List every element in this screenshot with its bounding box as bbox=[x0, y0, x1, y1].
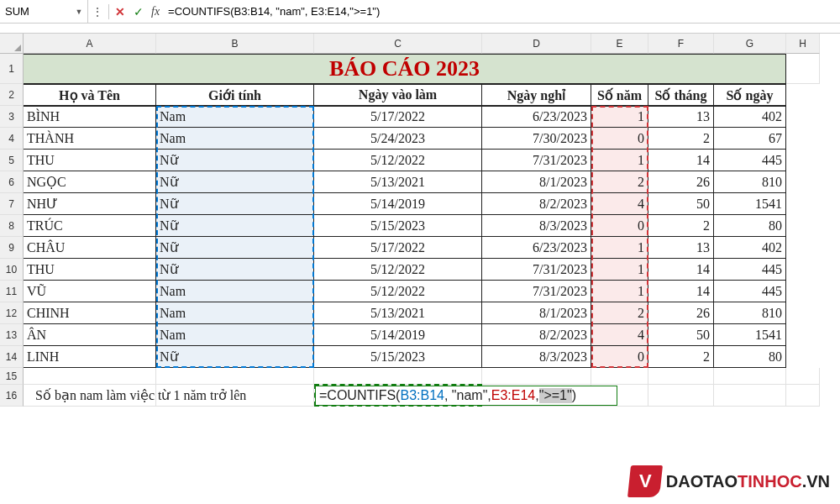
row-header[interactable]: 10 bbox=[0, 259, 24, 281]
column-header[interactable]: D bbox=[482, 34, 591, 54]
cancel-button[interactable]: ✕ bbox=[111, 3, 129, 21]
cell-months[interactable]: 2 bbox=[648, 346, 714, 368]
cell-days[interactable]: 810 bbox=[714, 171, 786, 193]
column-header[interactable]: H bbox=[786, 34, 820, 54]
cell-years[interactable]: 2 bbox=[591, 171, 648, 193]
cell-months[interactable]: 2 bbox=[648, 215, 714, 237]
cell-name[interactable]: CHÂU bbox=[24, 237, 156, 259]
cell-start[interactable]: 5/13/2021 bbox=[314, 171, 482, 193]
cell-gender[interactable]: Nam bbox=[156, 281, 314, 302]
cell-name[interactable]: THÀNH bbox=[24, 128, 156, 150]
header-days[interactable]: Số ngày bbox=[714, 84, 786, 106]
cell-end[interactable]: 8/2/2023 bbox=[482, 193, 591, 215]
row-header[interactable]: 3 bbox=[0, 106, 24, 128]
row-header[interactable]: 11 bbox=[0, 281, 24, 302]
fx-icon[interactable]: fx bbox=[148, 5, 163, 18]
cell-start[interactable]: 5/15/2023 bbox=[314, 215, 482, 237]
row-header[interactable]: 16 bbox=[0, 385, 24, 407]
cell-start[interactable]: 5/14/2019 bbox=[314, 324, 482, 346]
cell-gender[interactable]: Nam bbox=[156, 128, 314, 150]
cell-end[interactable]: 6/23/2023 bbox=[482, 106, 591, 128]
cell-months[interactable]: 14 bbox=[648, 259, 714, 281]
cell-name[interactable]: THU bbox=[24, 150, 156, 171]
cell-years[interactable]: 1 bbox=[591, 259, 648, 281]
cell-months[interactable]: 26 bbox=[648, 171, 714, 193]
cell-years[interactable]: 4 bbox=[591, 193, 648, 215]
cell-end[interactable]: 7/30/2023 bbox=[482, 128, 591, 150]
column-header[interactable]: E bbox=[591, 34, 648, 54]
cell-gender[interactable]: Nam bbox=[156, 106, 314, 128]
cell-editor[interactable]: =COUNTIFS(B3:B14, "nam", E3:E14,">=1") bbox=[315, 386, 617, 406]
cell-end[interactable]: 8/3/2023 bbox=[482, 215, 591, 237]
cell-gender[interactable]: Nữ bbox=[156, 259, 314, 281]
cell-days[interactable]: 810 bbox=[714, 302, 786, 324]
cell-start[interactable]: 5/12/2022 bbox=[314, 150, 482, 171]
cell-end[interactable]: 6/23/2023 bbox=[482, 237, 591, 259]
row-header[interactable]: 8 bbox=[0, 215, 24, 237]
cell-end[interactable]: 8/1/2023 bbox=[482, 302, 591, 324]
cell-end[interactable]: 7/31/2023 bbox=[482, 281, 591, 302]
row-header[interactable]: 2 bbox=[0, 84, 24, 106]
cell-start[interactable]: 5/15/2023 bbox=[314, 346, 482, 368]
row-header[interactable]: 12 bbox=[0, 302, 24, 324]
cell-end[interactable]: 8/3/2023 bbox=[482, 346, 591, 368]
cell-days[interactable]: 445 bbox=[714, 281, 786, 302]
column-header[interactable]: C bbox=[314, 34, 482, 54]
cell-years[interactable]: 1 bbox=[591, 150, 648, 171]
header-start[interactable]: Ngày vào làm bbox=[314, 84, 482, 106]
cell-years[interactable]: 1 bbox=[591, 281, 648, 302]
cell-start[interactable]: 5/24/2023 bbox=[314, 128, 482, 150]
column-header[interactable]: G bbox=[714, 34, 786, 54]
cell-gender[interactable]: Nữ bbox=[156, 150, 314, 171]
cell-months[interactable]: 26 bbox=[648, 302, 714, 324]
cell-name[interactable]: NHƯ bbox=[24, 193, 156, 215]
cell-days[interactable]: 1541 bbox=[714, 193, 786, 215]
row-header[interactable]: 1 bbox=[0, 54, 24, 84]
cell-months[interactable]: 13 bbox=[648, 106, 714, 128]
cell-start[interactable]: 5/17/2022 bbox=[314, 237, 482, 259]
header-months[interactable]: Số tháng bbox=[648, 84, 714, 106]
cell-name[interactable]: CHINH bbox=[24, 302, 156, 324]
cell-gender[interactable]: Nữ bbox=[156, 237, 314, 259]
row-header[interactable]: 5 bbox=[0, 150, 24, 171]
row-header[interactable]: 15 bbox=[0, 368, 24, 385]
header-gender[interactable]: Giới tính bbox=[156, 84, 314, 106]
cell-name[interactable]: VŨ bbox=[24, 281, 156, 302]
cell-days[interactable]: 402 bbox=[714, 237, 786, 259]
cell-days[interactable]: 445 bbox=[714, 259, 786, 281]
cell-start[interactable]: 5/17/2022 bbox=[314, 106, 482, 128]
cell-name[interactable]: LINH bbox=[24, 346, 156, 368]
header-name[interactable]: Họ và Tên bbox=[24, 84, 156, 106]
cell-name[interactable]: ÂN bbox=[24, 324, 156, 346]
cell-end[interactable]: 8/1/2023 bbox=[482, 171, 591, 193]
cell[interactable] bbox=[786, 54, 820, 84]
select-all-corner[interactable] bbox=[0, 34, 24, 54]
cell-end[interactable]: 7/31/2023 bbox=[482, 150, 591, 171]
cell-gender[interactable]: Nữ bbox=[156, 171, 314, 193]
name-box-input[interactable] bbox=[0, 3, 71, 21]
cell-days[interactable]: 80 bbox=[714, 346, 786, 368]
cell-name[interactable]: THU bbox=[24, 259, 156, 281]
cell-name[interactable]: TRÚC bbox=[24, 215, 156, 237]
cell-gender[interactable]: Nam bbox=[156, 302, 314, 324]
cell-name[interactable]: NGỌC bbox=[24, 171, 156, 193]
column-header[interactable]: F bbox=[648, 34, 714, 54]
cell-start[interactable]: 5/14/2019 bbox=[314, 193, 482, 215]
cell-years[interactable]: 1 bbox=[591, 106, 648, 128]
row-header[interactable]: 6 bbox=[0, 171, 24, 193]
cell-years[interactable]: 1 bbox=[591, 237, 648, 259]
cell-gender[interactable]: Nữ bbox=[156, 346, 314, 368]
cell-gender[interactable]: Nữ bbox=[156, 193, 314, 215]
row-header[interactable]: 14 bbox=[0, 346, 24, 368]
cell-days[interactable]: 445 bbox=[714, 150, 786, 171]
cell-days[interactable]: 1541 bbox=[714, 324, 786, 346]
cell-days[interactable]: 80 bbox=[714, 215, 786, 237]
row-header[interactable]: 4 bbox=[0, 128, 24, 150]
report-title[interactable]: BÁO CÁO 2023 bbox=[24, 54, 786, 84]
cell-start[interactable]: 5/12/2022 bbox=[314, 281, 482, 302]
cell-months[interactable]: 50 bbox=[648, 324, 714, 346]
header-end[interactable]: Ngày nghỉ bbox=[482, 84, 591, 106]
row-header[interactable]: 13 bbox=[0, 324, 24, 346]
cell-months[interactable]: 2 bbox=[648, 128, 714, 150]
cell-months[interactable]: 14 bbox=[648, 281, 714, 302]
